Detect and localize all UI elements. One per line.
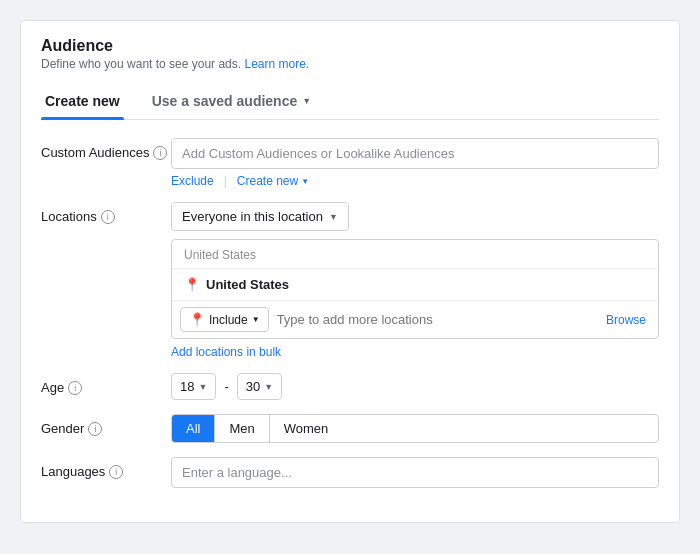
locations-dropdown-chevron-icon: ▼ <box>329 212 338 222</box>
age-min-chevron-icon: ▼ <box>198 382 207 392</box>
locations-row: Locations i Everyone in this location ▼ … <box>41 202 659 359</box>
location-pin-icon: 📍 <box>184 277 200 292</box>
create-new-link[interactable]: Create new ▼ <box>237 174 309 188</box>
age-inputs: 18 ▼ - 30 ▼ <box>171 373 659 400</box>
learn-more-link[interactable]: Learn more. <box>244 57 309 71</box>
gender-info-icon[interactable]: i <box>88 422 102 436</box>
audience-card: Audience Define who you want to see your… <box>20 20 680 523</box>
age-min-dropdown[interactable]: 18 ▼ <box>171 373 216 400</box>
chevron-down-icon: ▼ <box>302 96 311 106</box>
custom-audiences-control: Exclude | Create new ▼ <box>171 138 659 188</box>
gender-all-button[interactable]: All <box>172 415 215 442</box>
custom-audiences-row: Custom Audiences i Exclude | Create new … <box>41 138 659 188</box>
age-row: Age i 18 ▼ - 30 ▼ <box>41 373 659 400</box>
languages-row: Languages i <box>41 457 659 488</box>
languages-label: Languages i <box>41 457 171 479</box>
age-max-chevron-icon: ▼ <box>264 382 273 392</box>
exclude-link[interactable]: Exclude <box>171 174 214 188</box>
include-pin-icon: 📍 <box>189 312 205 327</box>
age-info-icon[interactable]: i <box>68 381 82 395</box>
languages-input[interactable] <box>171 457 659 488</box>
custom-audiences-info-icon[interactable]: i <box>153 146 167 160</box>
locations-label: Locations i <box>41 202 171 224</box>
include-button[interactable]: 📍 Include ▼ <box>180 307 269 332</box>
locations-control: Everyone in this location ▼ United State… <box>171 202 659 359</box>
tab-create-new[interactable]: Create new <box>41 85 124 119</box>
age-max-dropdown[interactable]: 30 ▼ <box>237 373 282 400</box>
gender-row: Gender i All Men Women <box>41 414 659 443</box>
age-label: Age i <box>41 373 171 395</box>
page-title: Audience <box>41 37 659 55</box>
gender-men-button[interactable]: Men <box>215 415 269 442</box>
add-bulk-link[interactable]: Add locations in bulk <box>171 345 281 359</box>
age-dash: - <box>224 379 228 394</box>
location-box: United States 📍 United States 📍 Include … <box>171 239 659 339</box>
gender-control: All Men Women <box>171 414 659 443</box>
tab-saved-audience[interactable]: Use a saved audience ▼ <box>148 85 315 119</box>
custom-audiences-input[interactable] <box>171 138 659 169</box>
location-header: United States <box>172 240 658 269</box>
locations-info-icon[interactable]: i <box>101 210 115 224</box>
gender-group: All Men Women <box>171 414 659 443</box>
gender-women-button[interactable]: Women <box>270 415 343 442</box>
link-divider: | <box>224 174 227 188</box>
tab-bar: Create new Use a saved audience ▼ <box>41 85 659 120</box>
location-search-input[interactable] <box>277 312 602 327</box>
gender-label: Gender i <box>41 414 171 436</box>
include-chevron-icon: ▼ <box>252 315 260 324</box>
custom-audiences-links: Exclude | Create new ▼ <box>171 174 659 188</box>
page-description: Define who you want to see your ads. Lea… <box>41 57 659 71</box>
section-header: Audience Define who you want to see your… <box>41 37 659 71</box>
custom-audiences-label: Custom Audiences i <box>41 138 171 160</box>
location-input-row: 📍 Include ▼ Browse <box>172 301 658 338</box>
create-new-chevron-icon: ▼ <box>301 177 309 186</box>
languages-control <box>171 457 659 488</box>
browse-button[interactable]: Browse <box>602 313 650 327</box>
locations-dropdown[interactable]: Everyone in this location ▼ <box>171 202 349 231</box>
age-control: 18 ▼ - 30 ▼ <box>171 373 659 400</box>
location-item: 📍 United States <box>172 269 658 301</box>
languages-info-icon[interactable]: i <box>109 465 123 479</box>
